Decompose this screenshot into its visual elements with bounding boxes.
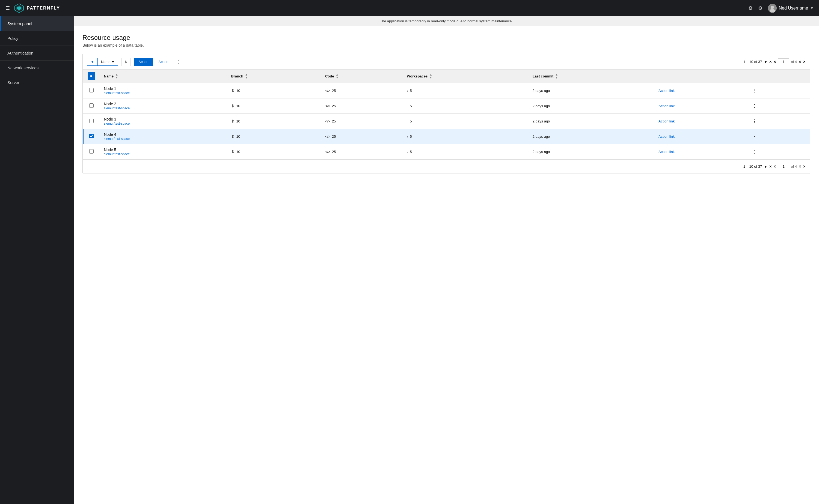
workspace-cell-content: ▫ 5 bbox=[407, 89, 524, 93]
th-branch-sort-icon: ▲▼ bbox=[245, 73, 248, 79]
row-action-cell: Action link bbox=[654, 114, 746, 129]
row-action-link[interactable]: Action link bbox=[659, 134, 675, 139]
row-checkbox[interactable] bbox=[89, 119, 94, 123]
footer-pagination-last-x[interactable]: ✕ bbox=[803, 165, 806, 169]
footer-pagination-input[interactable] bbox=[778, 163, 789, 170]
row-action-cell: Action link bbox=[654, 144, 746, 160]
user-menu[interactable]: Ned Username ▼ bbox=[768, 4, 814, 13]
footer-pagination-of: of 4 bbox=[791, 164, 797, 169]
row-kebab-cell: ⋮ bbox=[746, 144, 810, 160]
workspace-count: 5 bbox=[410, 89, 412, 93]
row-action-link[interactable]: Action link bbox=[659, 104, 675, 108]
code-icon: </> bbox=[325, 104, 330, 108]
sort-button[interactable]: ⇳ bbox=[121, 58, 130, 66]
pagination-range-text: 1 – 10 of 37 bbox=[743, 60, 762, 64]
row-name-cell: Node 2 siemur/test-space bbox=[100, 98, 227, 114]
th-last-commit-label: Last commit bbox=[533, 74, 554, 78]
th-workspaces: Workspaces ▲▼ bbox=[402, 70, 528, 83]
row-checkbox[interactable] bbox=[89, 88, 94, 92]
footer-pagination-prev-x[interactable]: ✕ bbox=[773, 165, 776, 169]
row-last-commit-cell: 2 days ago bbox=[528, 114, 654, 129]
row-workspaces-cell: ▫ 5 bbox=[402, 129, 528, 144]
branch-count: 10 bbox=[236, 134, 240, 139]
footer-pagination-first-x[interactable]: ✕ bbox=[769, 165, 772, 169]
toolbar: ▼ Name ▼ ⇳ Action Action ⋮ 1 – 10 of 37 … bbox=[83, 54, 810, 70]
th-name-sortable[interactable]: Name ▲▼ bbox=[104, 73, 223, 79]
row-checkbox[interactable] bbox=[89, 149, 94, 154]
gear1-icon[interactable]: ⚙ bbox=[748, 5, 753, 11]
row-code-cell: </> 25 bbox=[321, 98, 402, 114]
table-head: ■ Name ▲▼ Branch ▲▼ bbox=[83, 70, 810, 83]
action-primary-button[interactable]: Action bbox=[134, 58, 153, 66]
sidebar-item-server[interactable]: Server bbox=[0, 75, 74, 90]
node-link[interactable]: siemur/test-space bbox=[104, 152, 130, 156]
code-count: 25 bbox=[332, 104, 336, 108]
code-cell-content: </> 25 bbox=[325, 89, 398, 93]
row-action-cell: Action link bbox=[654, 129, 746, 144]
hamburger-icon[interactable]: ☰ bbox=[5, 5, 10, 11]
row-action-link[interactable]: Action link bbox=[659, 150, 675, 154]
code-cell-content: </> 25 bbox=[325, 150, 398, 154]
footer-pagination-prev-icon[interactable]: ▼ bbox=[764, 164, 767, 169]
th-workspaces-label: Workspaces bbox=[407, 74, 428, 78]
row-kebab-button[interactable]: ⋮ bbox=[750, 133, 759, 140]
th-branch-sortable[interactable]: Branch ▲▼ bbox=[231, 73, 316, 79]
th-workspaces-sortable[interactable]: Workspaces ▲▼ bbox=[407, 73, 524, 79]
pagination-next-x[interactable]: ✕ bbox=[799, 60, 801, 64]
row-kebab-button[interactable]: ⋮ bbox=[750, 87, 759, 94]
table-footer: 1 – 10 of 37 ▼ ✕ ✕ of 4 ✕ ✕ bbox=[83, 160, 810, 173]
pagination-first-x[interactable]: ✕ bbox=[769, 60, 772, 64]
toolbar-kebab-button[interactable]: ⋮ bbox=[174, 58, 182, 66]
row-name-cell: Node 3 siemur/test-space bbox=[100, 114, 227, 129]
row-checkbox[interactable] bbox=[89, 134, 94, 138]
row-checkbox-cell bbox=[83, 129, 100, 144]
node-link[interactable]: siemur/test-space bbox=[104, 137, 130, 141]
row-workspaces-cell: ▫ 5 bbox=[402, 114, 528, 129]
row-action-link[interactable]: Action link bbox=[659, 89, 675, 93]
data-table: ■ Name ▲▼ Branch ▲▼ bbox=[83, 70, 810, 160]
pagination-prev-icon[interactable]: ▼ bbox=[764, 60, 767, 64]
action-link-button[interactable]: Action bbox=[155, 58, 172, 65]
pagination-prev-x[interactable]: ✕ bbox=[773, 60, 776, 64]
sidebar-item-system-panel[interactable]: System panel bbox=[0, 16, 74, 31]
sidebar-item-label: System panel bbox=[7, 21, 32, 26]
row-kebab-button[interactable]: ⋮ bbox=[750, 118, 759, 125]
node-link[interactable]: siemur/test-space bbox=[104, 91, 130, 95]
select-all-checkbox-area[interactable]: ■ bbox=[88, 72, 95, 80]
pagination-of-text: of 4 bbox=[791, 60, 797, 64]
code-count: 25 bbox=[332, 134, 336, 139]
node-link[interactable]: siemur/test-space bbox=[104, 106, 130, 110]
row-action-cell: Action link bbox=[654, 83, 746, 98]
workspace-cell-content: ▫ 5 bbox=[407, 134, 524, 139]
gear2-icon[interactable]: ⚙ bbox=[758, 5, 763, 11]
row-name-cell: Node 5 siemur/test-space bbox=[100, 144, 227, 160]
sidebar-item-label: Network services bbox=[7, 65, 38, 70]
row-checkbox[interactable] bbox=[89, 103, 94, 108]
filter-icon-button[interactable]: ▼ bbox=[87, 58, 97, 66]
row-branch-cell: ⇕ 10 bbox=[227, 83, 321, 98]
workspace-count: 5 bbox=[410, 119, 412, 123]
row-kebab-button[interactable]: ⋮ bbox=[750, 102, 759, 110]
th-last-commit-sortable[interactable]: Last commit ▲▼ bbox=[533, 73, 650, 79]
node-name: Node 5 bbox=[104, 148, 223, 152]
code-count: 25 bbox=[332, 150, 336, 154]
code-cell-content: </> 25 bbox=[325, 104, 398, 108]
row-kebab-button[interactable]: ⋮ bbox=[750, 148, 759, 155]
th-code-sortable[interactable]: Code ▲▼ bbox=[325, 73, 398, 79]
row-action-link[interactable]: Action link bbox=[659, 119, 675, 123]
row-checkbox-cell bbox=[83, 144, 100, 160]
user-name: Ned Username bbox=[779, 6, 808, 11]
pagination-page-input[interactable] bbox=[778, 58, 789, 65]
workspace-cell-content: ▫ 5 bbox=[407, 104, 524, 108]
sidebar-item-authentication[interactable]: Authentication bbox=[0, 46, 74, 60]
filter-name-button[interactable]: Name ▼ bbox=[97, 58, 118, 66]
row-checkbox-cell bbox=[83, 98, 100, 114]
pagination-last-x[interactable]: ✕ bbox=[803, 60, 806, 64]
sidebar-item-label: Policy bbox=[7, 36, 18, 41]
topnav-right: ⚙ ⚙ Ned Username ▼ bbox=[748, 4, 814, 13]
sidebar-item-network-services[interactable]: Network services bbox=[0, 61, 74, 75]
node-link[interactable]: siemur/test-space bbox=[104, 122, 130, 125]
footer-pagination-next-x[interactable]: ✕ bbox=[799, 165, 801, 169]
page-title: Resource usage bbox=[82, 34, 810, 41]
sidebar-item-policy[interactable]: Policy bbox=[0, 31, 74, 46]
